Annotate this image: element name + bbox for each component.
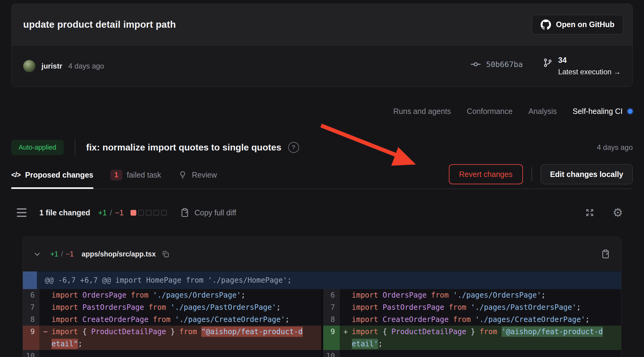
fix-header: Auto-applied fix: normalize import quote…	[11, 139, 633, 156]
code-line: import { ProductDetailPage } from "@aish…	[52, 326, 321, 350]
chevron-down-icon[interactable]	[33, 249, 42, 259]
avatar	[23, 60, 35, 72]
diff-row: 8import CreateOrderPage from './pages/Cr…	[23, 313, 321, 326]
author-name: juristr	[41, 62, 62, 70]
tab-review[interactable]: Review	[178, 163, 217, 189]
code-line: import { ProductDetailPage } from '@aish…	[352, 326, 621, 350]
diff-marker	[340, 313, 352, 326]
line-number: 7	[323, 301, 340, 313]
tab-proposed-changes[interactable]: </> Proposed changes	[11, 163, 93, 189]
diff-marker: +	[340, 326, 352, 350]
code-line: import CreateOrderPage from './pages/Cre…	[52, 313, 321, 326]
diff-stat-block	[153, 210, 159, 216]
code-line	[52, 350, 321, 357]
status-badge: Auto-applied	[11, 140, 64, 155]
stat-separator: /	[61, 250, 63, 258]
hunk-text: @@ -6,7 +6,7 @@ import HomePage from './…	[37, 271, 292, 289]
diff-pane-new: 6import OrdersPage from './pages/OrdersP…	[321, 289, 621, 357]
line-number: 7	[23, 301, 39, 313]
diff-row: 7import PastOrdersPage from './pages/Pas…	[323, 301, 621, 313]
diff-pane-old: 6import OrdersPage from './pages/OrdersP…	[23, 289, 321, 357]
code-line	[352, 350, 621, 357]
latest-execution-link[interactable]: Latest execution →	[558, 68, 621, 76]
diff-marker	[39, 313, 52, 326]
diff-file-card: +1 / −1 apps/shop/src/app.tsx @@ -6,7 +6…	[23, 237, 621, 357]
git-branch-icon	[542, 58, 553, 76]
revert-changes-button[interactable]: Revert changes	[449, 164, 523, 184]
copy-file-diff-icon[interactable]	[600, 249, 611, 259]
open-on-github-button[interactable]: Open on GitHub	[532, 15, 623, 34]
file-deletions: −1	[66, 250, 74, 258]
diff-row: 10	[323, 350, 621, 357]
diff-row: 6import OrdersPage from './pages/OrdersP…	[23, 289, 321, 301]
tab-label: Proposed changes	[25, 171, 93, 179]
page-title: update product detail import path	[23, 19, 176, 30]
fix-time: 4 days ago	[597, 143, 633, 152]
files-changed-label: 1 file changed	[39, 208, 90, 217]
hunk-gutter	[23, 271, 37, 289]
line-number: 9	[323, 326, 340, 350]
line-number: 8	[323, 313, 340, 326]
line-number: 10	[323, 350, 340, 357]
code-line: import OrdersPage from './pages/OrdersPa…	[52, 289, 321, 301]
notification-dot	[628, 109, 633, 114]
copy-full-diff-button[interactable]: Copy full diff	[180, 207, 236, 218]
nav-item-label: Self-healing CI	[573, 107, 623, 116]
line-number: 9	[23, 326, 39, 350]
tab-label: failed task	[127, 171, 161, 179]
tab-failed-task[interactable]: 1 failed task	[110, 163, 161, 189]
commit-link[interactable]: 50b667ba	[470, 59, 523, 70]
line-number: 10	[23, 350, 39, 357]
commit-card: update product detail import path Open o…	[11, 4, 633, 87]
diff-toolbar: 1 file changed +1 / −1 Copy full diff ⚙	[11, 204, 633, 221]
diff-marker	[340, 289, 352, 301]
author-time: 4 days ago	[68, 62, 104, 70]
deletions-count: −1	[115, 208, 124, 217]
fix-title: fix: normalize import quotes to single q…	[86, 142, 281, 153]
nav-item-conformance[interactable]: Conformance	[467, 107, 513, 116]
diff-row: 9−import { ProductDetailPage } from "@ai…	[23, 326, 321, 350]
code-line: import PastOrdersPage from './pages/Past…	[352, 301, 621, 313]
diff-stat-blocks	[131, 210, 167, 216]
diff-row: 10	[23, 350, 321, 357]
diff-row: 6import OrdersPage from './pages/OrdersP…	[323, 289, 621, 301]
diff-marker	[39, 350, 52, 357]
line-number: 6	[323, 289, 340, 301]
additions-count: +1	[98, 208, 107, 217]
diff-stat-block	[146, 210, 152, 216]
nav-item-self-healing-ci[interactable]: Self-healing CI	[573, 107, 633, 116]
help-icon[interactable]: ?	[288, 142, 299, 153]
diff-marker	[39, 289, 52, 301]
execution-count: 34	[558, 56, 621, 65]
file-list-menu-icon[interactable]	[17, 208, 27, 217]
code-line: import CreateOrderPage from './pages/Cre…	[352, 313, 621, 326]
nav-item-runs-and-agents[interactable]: Runs and agents	[393, 107, 451, 116]
lightbulb-icon	[178, 171, 187, 180]
commit-hash: 50b667ba	[486, 60, 523, 69]
diff-marker	[340, 301, 352, 313]
diff-row: 8import CreateOrderPage from './pages/Cr…	[323, 313, 621, 326]
github-icon	[541, 19, 551, 30]
hunk-header: @@ -6,7 +6,7 @@ import HomePage from './…	[23, 271, 621, 289]
code-icon: </>	[11, 171, 20, 179]
diff-marker	[340, 350, 352, 357]
line-number: 8	[23, 313, 39, 326]
diff-row: 9+import { ProductDetailPage } from '@ai…	[323, 326, 621, 350]
divider	[75, 139, 75, 156]
expand-icon[interactable]	[585, 207, 595, 218]
gear-icon[interactable]: ⚙	[613, 207, 623, 218]
line-number: 6	[23, 289, 39, 301]
diff-marker: −	[39, 326, 52, 350]
git-commit-icon	[470, 59, 481, 70]
file-additions: +1	[50, 250, 58, 258]
open-on-github-label: Open on GitHub	[556, 20, 614, 29]
section-nav: Runs and agents Conformance Analysis Sel…	[11, 106, 633, 117]
copy-path-icon[interactable]	[161, 250, 170, 258]
edit-changes-locally-button[interactable]: Edit changes locally	[541, 164, 633, 184]
clipboard-icon	[180, 207, 190, 218]
tab-label: Review	[192, 171, 217, 179]
nav-item-analysis[interactable]: Analysis	[528, 107, 557, 116]
diff-stat-block	[161, 210, 167, 216]
stat-separator: /	[110, 208, 112, 217]
diff-stat-block	[131, 210, 136, 216]
